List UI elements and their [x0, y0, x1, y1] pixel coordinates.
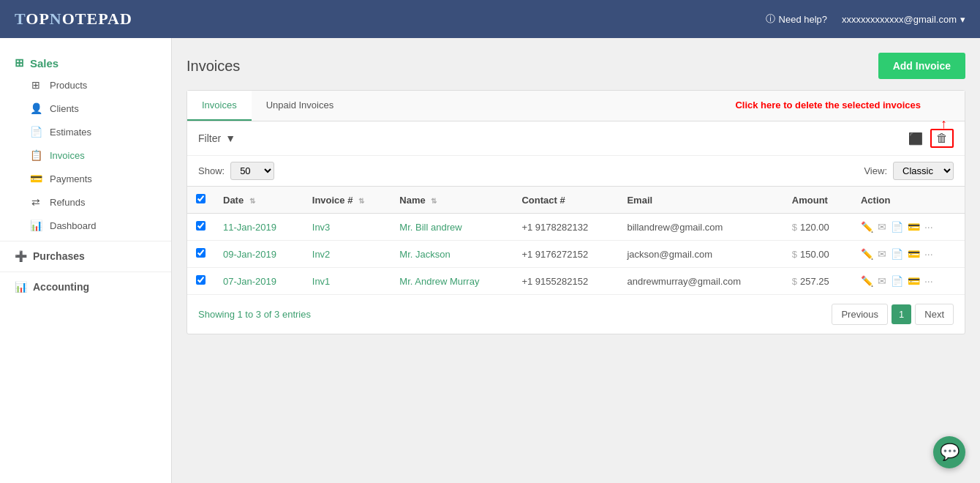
- more-icon-2[interactable]: ···: [924, 275, 933, 287]
- row-contact-0: +1 9178282132: [513, 214, 618, 241]
- row-date-0: 11-Jan-2019: [214, 214, 304, 241]
- row-checkbox-0[interactable]: [196, 221, 206, 231]
- sidebar: ⊞ Sales ⊞ Products 👤 Clients 📄 Estimates…: [0, 38, 172, 483]
- row-date-2: 07-Jan-2019: [214, 268, 304, 295]
- row-name-0[interactable]: Mr. Bill andrew: [391, 214, 513, 241]
- pagination: Previous 1 Next: [832, 304, 954, 325]
- sidebar-item-clients[interactable]: 👤 Clients: [0, 97, 171, 120]
- tab-unpaid-invoices[interactable]: Unpaid Invoices: [252, 91, 349, 121]
- showing-prefix: Showing: [198, 309, 237, 320]
- clients-icon: 👤: [29, 102, 42, 114]
- th-name-label: Name: [399, 195, 425, 206]
- table-row: 07-Jan-2019 Inv1 Mr. Andrew Murray +1 91…: [187, 268, 965, 295]
- sidebar-estimates-label: Estimates: [50, 127, 91, 138]
- add-invoice-button[interactable]: Add Invoice: [878, 53, 965, 79]
- th-email-label: Email: [627, 195, 652, 206]
- more-icon-0[interactable]: ···: [924, 221, 933, 233]
- edit-icon-2[interactable]: ✏️: [861, 275, 873, 287]
- show-view-row: Show: 50 25 100 View: Classic Modern: [187, 156, 965, 186]
- row-name-2[interactable]: Mr. Andrew Murray: [391, 268, 513, 295]
- pdf-icon-0[interactable]: 📄: [891, 221, 903, 233]
- row-email-1: jackson@gmail.com: [618, 241, 783, 268]
- sidebar-purchases-label: Purchases: [33, 250, 85, 262]
- row-action-0: ✏️ ✉ 📄 💳 ···: [852, 214, 965, 241]
- sidebar-item-dashboard[interactable]: 📊 Dashboard: [0, 214, 171, 237]
- payment-icon-0[interactable]: 💳: [908, 221, 920, 233]
- invoice-sort-icon: ⇅: [358, 197, 364, 205]
- sidebar-refunds-label: Refunds: [50, 197, 85, 208]
- edit-icon-1[interactable]: ✏️: [861, 248, 873, 260]
- row-email-0: billandrew@gmail.com: [618, 214, 783, 241]
- showing-suffix: of 3 entries: [261, 309, 311, 320]
- user-email: xxxxxxxxxxxxx@gmail.com: [842, 14, 957, 25]
- view-select[interactable]: Classic Modern: [893, 162, 954, 180]
- sidebar-item-invoices[interactable]: 📋 Invoices: [0, 143, 171, 167]
- more-icon-1[interactable]: ···: [924, 248, 933, 260]
- filter-text: Filter: [198, 132, 221, 144]
- sidebar-sales-section[interactable]: ⊞ Sales: [0, 49, 171, 73]
- previous-button[interactable]: Previous: [832, 304, 888, 325]
- sidebar-item-payments[interactable]: 💳 Payments: [0, 167, 171, 190]
- products-icon: ⊞: [29, 79, 42, 91]
- row-action-2: ✏️ ✉ 📄 💳 ···: [852, 268, 965, 295]
- th-date-label: Date: [223, 195, 244, 206]
- row-checkbox-cell: [187, 241, 214, 268]
- logo: TopNotepad: [15, 10, 132, 29]
- sidebar-item-estimates[interactable]: 📄 Estimates: [0, 120, 171, 143]
- accounting-icon: 📊: [15, 281, 27, 293]
- sidebar-item-refunds[interactable]: ⇄ Refunds: [0, 190, 171, 214]
- sidebar-item-products[interactable]: ⊞ Products: [0, 73, 171, 97]
- select-all-checkbox[interactable]: [196, 194, 206, 203]
- email-icon-2[interactable]: ✉: [878, 275, 886, 287]
- sidebar-accounting-section[interactable]: 📊 Accounting: [0, 272, 171, 299]
- row-amount-2: $257.25: [783, 268, 852, 295]
- sidebar-sales-label: Sales: [30, 57, 59, 70]
- user-menu[interactable]: xxxxxxxxxxxxx@gmail.com ▾: [842, 14, 965, 25]
- header-right: ⓘ Need help? xxxxxxxxxxxxx@gmail.com ▾: [766, 12, 965, 26]
- pdf-icon-1[interactable]: 📄: [891, 248, 903, 260]
- invoices-card: Invoices Unpaid Invoices Click here to d…: [186, 90, 965, 334]
- row-amount-1: $150.00: [783, 241, 852, 268]
- export-icon[interactable]: ⬛: [905, 130, 927, 147]
- show-select[interactable]: 50 25 100: [230, 162, 274, 180]
- page-number-1[interactable]: 1: [892, 304, 911, 324]
- dashboard-icon: 📊: [29, 220, 42, 231]
- row-contact-1: +1 9176272152: [513, 241, 618, 268]
- filter-icon: ▼: [225, 132, 235, 144]
- tabs-bar: Invoices Unpaid Invoices Click here to d…: [187, 91, 965, 121]
- invoices-icon: 📋: [29, 149, 42, 161]
- row-name-1[interactable]: Mr. Jackson: [391, 241, 513, 268]
- edit-icon-0[interactable]: ✏️: [861, 221, 873, 233]
- th-checkbox: [187, 187, 214, 214]
- th-action-label: Action: [861, 195, 890, 206]
- th-contact-label: Contact #: [521, 195, 565, 206]
- row-invoice-num-2[interactable]: Inv1: [304, 268, 391, 295]
- pagination-row: Showing 1 to 3 of 3 entries Previous 1 N…: [187, 294, 965, 334]
- showing-range: 1 to 3: [237, 309, 261, 320]
- sidebar-accounting-label: Accounting: [33, 281, 89, 293]
- row-invoice-num-0[interactable]: Inv3: [304, 214, 391, 241]
- row-invoice-num-1[interactable]: Inv2: [304, 241, 391, 268]
- row-checkbox-1[interactable]: [196, 248, 206, 258]
- next-button[interactable]: Next: [915, 304, 954, 325]
- help-link[interactable]: ⓘ Need help?: [766, 12, 828, 26]
- showing-text: Showing 1 to 3 of 3 entries: [198, 309, 311, 320]
- estimates-icon: 📄: [29, 126, 42, 138]
- refunds-icon: ⇄: [29, 196, 42, 208]
- pdf-icon-2[interactable]: 📄: [891, 275, 903, 287]
- payment-icon-2[interactable]: 💳: [908, 275, 920, 287]
- th-amount: Amount: [783, 187, 852, 214]
- th-email: Email: [618, 187, 783, 214]
- payment-icon-1[interactable]: 💳: [908, 248, 920, 260]
- row-checkbox-2[interactable]: [196, 275, 206, 285]
- chat-icon: 💬: [940, 443, 960, 462]
- table-header-row: Date ⇅ Invoice # ⇅ Name ⇅ Contact #: [187, 187, 965, 214]
- th-contact: Contact #: [513, 187, 618, 214]
- tab-invoices[interactable]: Invoices: [187, 91, 252, 121]
- email-icon-1[interactable]: ✉: [878, 248, 886, 260]
- sidebar-products-label: Products: [50, 80, 87, 91]
- chat-bubble[interactable]: 💬: [933, 436, 965, 468]
- email-icon-0[interactable]: ✉: [878, 221, 886, 233]
- sidebar-purchases-section[interactable]: ➕ Purchases: [0, 241, 171, 268]
- row-checkbox-cell: [187, 268, 214, 295]
